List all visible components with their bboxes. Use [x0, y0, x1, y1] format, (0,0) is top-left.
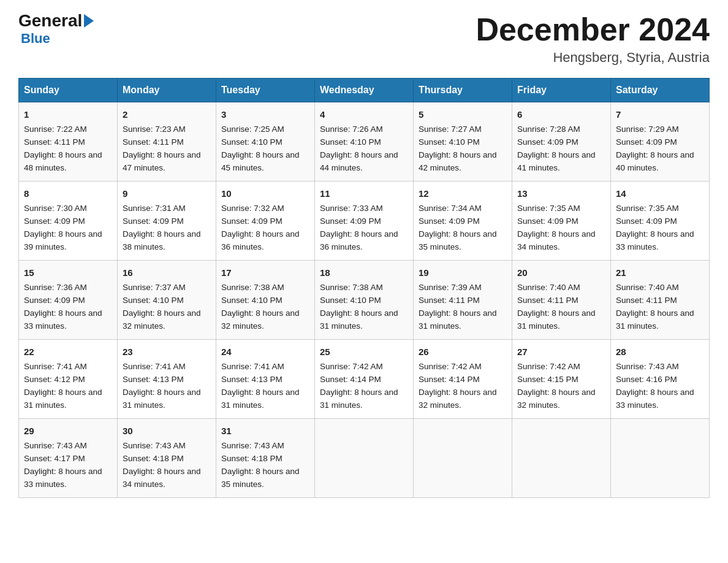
day-number: 22 — [24, 345, 112, 359]
day-number: 26 — [419, 345, 507, 359]
daylight: Daylight: 8 hours and 35 minutes. — [221, 467, 300, 489]
sunset: Sunset: 4:10 PM — [320, 137, 381, 147]
day-number: 28 — [616, 345, 704, 359]
daylight: Daylight: 8 hours and 35 minutes. — [419, 229, 497, 251]
sunset: Sunset: 4:09 PM — [24, 296, 85, 305]
day-cell: 13Sunrise: 7:35 AMSunset: 4:09 PMDayligh… — [512, 182, 611, 261]
day-cell — [315, 418, 414, 497]
sunrise: Sunrise: 7:29 AM — [616, 124, 679, 134]
week-row-5: 29Sunrise: 7:43 AMSunset: 4:17 PMDayligh… — [19, 418, 710, 497]
sunset: Sunset: 4:09 PM — [616, 216, 677, 226]
day-cell — [414, 418, 512, 497]
sunrise: Sunrise: 7:32 AM — [221, 204, 284, 213]
day-number: 8 — [24, 186, 112, 201]
sunrise: Sunrise: 7:41 AM — [24, 362, 87, 371]
sunset: Sunset: 4:10 PM — [221, 137, 282, 147]
daylight: Daylight: 8 hours and 39 minutes. — [24, 229, 102, 251]
sunrise: Sunrise: 7:35 AM — [616, 204, 679, 213]
sunrise: Sunrise: 7:33 AM — [320, 204, 383, 213]
sunset: Sunset: 4:12 PM — [24, 375, 85, 384]
daylight: Daylight: 8 hours and 31 minutes. — [320, 308, 398, 331]
sunrise: Sunrise: 7:42 AM — [320, 362, 383, 371]
sunset: Sunset: 4:10 PM — [221, 296, 282, 305]
day-number: 7 — [616, 107, 704, 121]
sunset: Sunset: 4:09 PM — [221, 216, 282, 226]
sunrise: Sunrise: 7:42 AM — [419, 362, 482, 371]
calendar-table: SundayMondayTuesdayWednesdayThursdayFrid… — [18, 78, 710, 498]
sunrise: Sunrise: 7:30 AM — [24, 204, 87, 213]
sunset: Sunset: 4:18 PM — [123, 454, 184, 463]
week-row-1: 1Sunrise: 7:22 AMSunset: 4:11 PMDaylight… — [19, 102, 710, 182]
day-cell: 30Sunrise: 7:43 AMSunset: 4:18 PMDayligh… — [118, 418, 216, 497]
day-cell: 27Sunrise: 7:42 AMSunset: 4:15 PMDayligh… — [512, 340, 611, 419]
sunrise: Sunrise: 7:27 AM — [419, 124, 482, 134]
day-number: 1 — [24, 107, 112, 121]
sunrise: Sunrise: 7:22 AM — [24, 124, 87, 134]
sunrise: Sunrise: 7:39 AM — [419, 283, 482, 292]
day-number: 25 — [320, 345, 408, 359]
daylight: Daylight: 8 hours and 34 minutes. — [517, 229, 596, 251]
day-number: 13 — [517, 186, 605, 201]
sunset: Sunset: 4:11 PM — [24, 137, 85, 147]
day-cell: 31Sunrise: 7:43 AMSunset: 4:18 PMDayligh… — [216, 418, 315, 497]
sunrise: Sunrise: 7:41 AM — [123, 362, 186, 371]
daylight: Daylight: 8 hours and 44 minutes. — [320, 150, 398, 172]
sunset: Sunset: 4:09 PM — [517, 216, 578, 226]
sunrise: Sunrise: 7:26 AM — [320, 124, 383, 134]
col-header-monday: Monday — [118, 79, 216, 102]
day-cell: 26Sunrise: 7:42 AMSunset: 4:14 PMDayligh… — [414, 340, 512, 419]
day-number: 14 — [616, 186, 704, 201]
sunrise: Sunrise: 7:25 AM — [221, 124, 284, 134]
day-number: 23 — [123, 345, 211, 359]
daylight: Daylight: 8 hours and 42 minutes. — [419, 150, 497, 172]
logo-arrow-icon — [84, 14, 94, 28]
sunset: Sunset: 4:16 PM — [616, 375, 677, 384]
daylight: Daylight: 8 hours and 33 minutes. — [24, 308, 102, 331]
day-cell: 18Sunrise: 7:38 AMSunset: 4:10 PMDayligh… — [315, 261, 414, 340]
daylight: Daylight: 8 hours and 31 minutes. — [123, 388, 201, 410]
sunrise: Sunrise: 7:43 AM — [616, 362, 679, 371]
day-number: 11 — [320, 186, 408, 201]
day-cell: 23Sunrise: 7:41 AMSunset: 4:13 PMDayligh… — [118, 340, 216, 419]
day-cell: 3Sunrise: 7:25 AMSunset: 4:10 PMDaylight… — [216, 102, 315, 182]
sunset: Sunset: 4:10 PM — [419, 137, 480, 147]
daylight: Daylight: 8 hours and 32 minutes. — [517, 388, 596, 410]
col-header-friday: Friday — [512, 79, 611, 102]
sunset: Sunset: 4:10 PM — [123, 296, 184, 305]
col-header-thursday: Thursday — [414, 79, 512, 102]
daylight: Daylight: 8 hours and 33 minutes. — [24, 467, 102, 489]
day-number: 9 — [123, 186, 211, 201]
day-cell: 15Sunrise: 7:36 AMSunset: 4:09 PMDayligh… — [19, 261, 118, 340]
week-row-4: 22Sunrise: 7:41 AMSunset: 4:12 PMDayligh… — [19, 340, 710, 419]
daylight: Daylight: 8 hours and 31 minutes. — [517, 308, 596, 331]
sunset: Sunset: 4:14 PM — [419, 375, 480, 384]
day-number: 27 — [517, 345, 605, 359]
sunset: Sunset: 4:09 PM — [320, 216, 381, 226]
title-block: December 2024 Hengsberg, Styria, Austria — [476, 12, 710, 66]
daylight: Daylight: 8 hours and 36 minutes. — [320, 229, 398, 251]
day-cell: 24Sunrise: 7:41 AMSunset: 4:13 PMDayligh… — [216, 340, 315, 419]
day-number: 31 — [221, 424, 309, 438]
week-row-2: 8Sunrise: 7:30 AMSunset: 4:09 PMDaylight… — [19, 182, 710, 261]
logo-blue: Blue — [18, 31, 50, 47]
day-number: 18 — [320, 266, 408, 280]
day-cell: 10Sunrise: 7:32 AMSunset: 4:09 PMDayligh… — [216, 182, 315, 261]
sunset: Sunset: 4:09 PM — [517, 137, 578, 147]
sunset: Sunset: 4:15 PM — [517, 375, 578, 384]
day-cell: 1Sunrise: 7:22 AMSunset: 4:11 PMDaylight… — [19, 102, 118, 182]
sunrise: Sunrise: 7:35 AM — [517, 204, 580, 213]
sunset: Sunset: 4:09 PM — [419, 216, 480, 226]
daylight: Daylight: 8 hours and 32 minutes. — [221, 308, 300, 331]
day-number: 2 — [123, 107, 211, 121]
day-number: 24 — [221, 345, 309, 359]
day-number: 10 — [221, 186, 309, 201]
daylight: Daylight: 8 hours and 33 minutes. — [616, 229, 694, 251]
sunrise: Sunrise: 7:31 AM — [123, 204, 186, 213]
day-cell: 9Sunrise: 7:31 AMSunset: 4:09 PMDaylight… — [118, 182, 216, 261]
day-cell: 7Sunrise: 7:29 AMSunset: 4:09 PMDaylight… — [611, 102, 710, 182]
day-cell: 16Sunrise: 7:37 AMSunset: 4:10 PMDayligh… — [118, 261, 216, 340]
daylight: Daylight: 8 hours and 31 minutes. — [221, 388, 300, 410]
day-number: 15 — [24, 266, 112, 280]
day-number: 6 — [517, 107, 605, 121]
daylight: Daylight: 8 hours and 32 minutes. — [123, 308, 201, 331]
